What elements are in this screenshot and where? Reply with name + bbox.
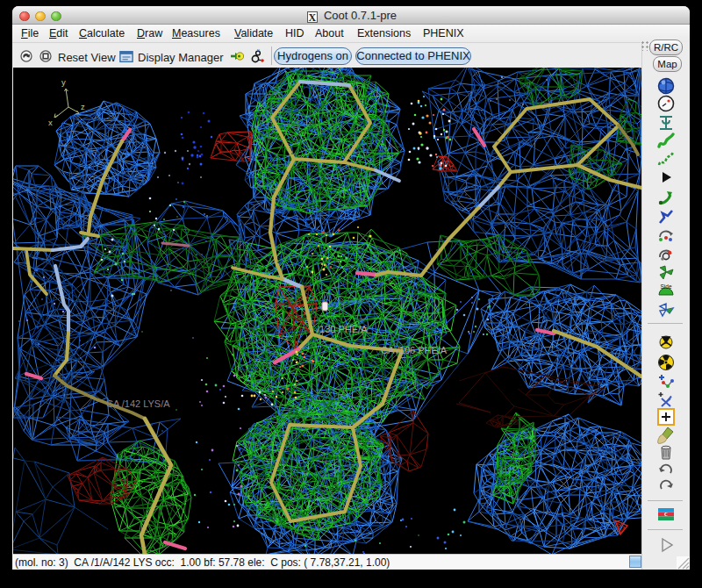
svg-text:z: z	[81, 102, 85, 111]
svg-text:/130 PHE/A: /130 PHE/A	[317, 324, 368, 334]
svg-text:y: y	[61, 77, 66, 87]
svg-text:N: N	[257, 49, 260, 53]
svg-text:CA /106 PHE/A: CA /106 PHE/A	[381, 345, 448, 355]
svg-text:x: x	[48, 118, 53, 127]
svg-text:Side: Side	[660, 283, 671, 290]
svg-text:CA /142 LYS/A: CA /142 LYS/A	[106, 398, 170, 409]
